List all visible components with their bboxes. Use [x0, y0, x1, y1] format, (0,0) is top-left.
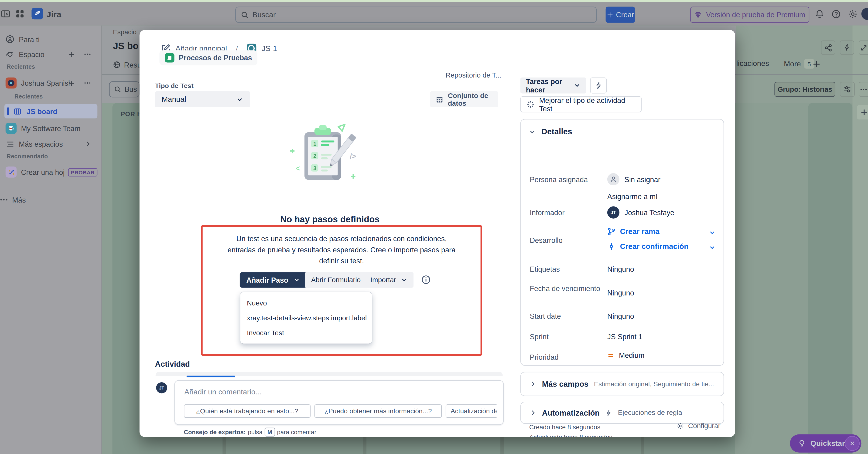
planet-icon [6, 50, 14, 59]
jira-logo-icon[interactable] [31, 8, 43, 19]
more-fields-panel[interactable]: Más campos Estimación original, Seguimie… [520, 372, 724, 396]
commit-icon [607, 242, 616, 251]
start-date-value[interactable]: Ninguno [607, 312, 634, 320]
lightbulb-icon [798, 439, 806, 448]
board-expand-button[interactable] [859, 40, 868, 55]
create-commit-link[interactable]: Crear confirmación [607, 242, 689, 251]
quick-reply-chip[interactable]: ¿Puedo obtener más información...? [314, 404, 442, 418]
details-header[interactable]: Detalles [529, 127, 572, 136]
testset-chip[interactable]: Procesos de Pruebas [159, 50, 257, 65]
test-type-select[interactable]: Manual [155, 91, 250, 107]
workflow-icon [6, 166, 17, 177]
automation-quick-button[interactable] [590, 77, 607, 94]
unassigned-avatar-icon [607, 173, 619, 185]
view-settings-button[interactable] [840, 82, 855, 97]
create-branch-link[interactable]: Crear rama [607, 227, 659, 236]
comment-box[interactable]: Añadir un comentario... ¿Quién está trab… [175, 380, 504, 425]
board-share-button[interactable] [821, 40, 835, 55]
more-fields-hint: Estimación original, Seguimiento de tie.… [594, 380, 715, 388]
ellipsis-icon[interactable] [83, 79, 92, 87]
board-more-button[interactable] [859, 82, 868, 97]
quick-reply-chip[interactable]: ¿Quién está trabajando en esto...? [184, 404, 311, 418]
user-avatar[interactable] [861, 8, 868, 20]
board-automation-button[interactable] [840, 40, 854, 55]
collapse-sidebar-icon[interactable] [1, 9, 10, 18]
gem-icon [694, 11, 702, 19]
start-date-label: Start date [530, 312, 603, 321]
labels-value[interactable]: Ninguno [607, 265, 634, 273]
quickstart-close-button[interactable] [845, 436, 860, 451]
sidebar-item-more[interactable]: Más [0, 193, 102, 207]
sidebar-item-create-sheet[interactable]: Crear una hoj... PROBAR [0, 164, 102, 180]
sidebar-item-space[interactable]: Espacio [0, 47, 102, 61]
due-date-value[interactable]: Ninguno [607, 289, 634, 297]
comment-placeholder: Añadir un comentario... [175, 381, 503, 396]
import-button[interactable]: Importar [364, 272, 413, 288]
sidebar-item-my-software-team[interactable]: My Software Team [0, 121, 102, 135]
search-placeholder: Buscar [252, 10, 276, 19]
lightning-icon [594, 81, 603, 90]
ellipsis-icon[interactable] [83, 50, 92, 58]
premium-trial-button[interactable]: Versión de prueba de Premium [690, 7, 809, 23]
configure-button[interactable]: Configurar [677, 422, 720, 430]
automation-panel[interactable]: Automatización Ejecuciones de regla [520, 401, 724, 424]
quick-reply-chip[interactable]: Actualización de [446, 404, 497, 418]
global-search-input[interactable]: Buscar [235, 7, 597, 23]
menu-item-import[interactable]: xray.test-details-view.steps.import.labe… [240, 310, 372, 325]
improve-issue-button[interactable]: Mejorar el tipo de actividad Test [520, 96, 642, 112]
reporter-value[interactable]: JT Joshua Tesfaye [607, 206, 674, 218]
assignee-value[interactable]: Sin asignar [607, 173, 660, 185]
priority-value[interactable]: Medium [607, 351, 645, 360]
ellipsis-icon [860, 86, 867, 93]
chevron-down-icon[interactable] [708, 244, 716, 251]
settings-icon[interactable] [847, 9, 858, 19]
quickstart-button[interactable]: Quickstart [790, 434, 862, 452]
add-column-button[interactable] [857, 105, 868, 120]
info-icon[interactable] [421, 275, 431, 284]
chevron-down-icon[interactable] [708, 229, 716, 236]
group-by-button[interactable]: Grupo: Historias [774, 82, 835, 97]
status-select[interactable]: Tareas por hacer [520, 77, 586, 94]
reporter-label: Informador [530, 208, 603, 218]
board-search-input[interactable]: Bus [109, 81, 140, 97]
open-form-button[interactable]: Abrir Formulario [305, 272, 367, 288]
test-repository-link[interactable]: Repositorio de T... [446, 71, 501, 79]
details-panel: Detalles Persona asignada Sin asignar As… [520, 119, 724, 366]
sidebar-item-space-joshua[interactable]: Joshua Spanish [0, 75, 102, 91]
assign-to-me-link[interactable]: Asignarme a mí [607, 193, 658, 201]
space-avatar-icon [6, 77, 17, 89]
sidebar-section-recents: Recientes [7, 63, 35, 70]
add-icon[interactable] [67, 79, 75, 87]
help-icon[interactable] [831, 9, 841, 19]
screenshot-root: POR HA Espacio JS bo Resu Bus licaciones… [0, 0, 868, 454]
plus-icon [607, 11, 613, 18]
breadcrumb[interactable]: Espacio [113, 28, 140, 36]
step-number-2: 2 [313, 153, 316, 159]
tab-resumen[interactable]: Resu [113, 59, 140, 70]
sprint-label: Sprint [530, 332, 603, 341]
jira-wordmark: Jira [46, 9, 61, 19]
menu-item-new[interactable]: Nuevo [240, 295, 372, 310]
issue-key[interactable]: JS-1 [262, 44, 277, 53]
created-timestamp: Creado hace 8 segundos [529, 424, 600, 430]
sidebar-item-more-spaces[interactable]: Más espacios [0, 137, 102, 151]
add-step-button[interactable]: Añadir Paso [240, 272, 307, 288]
tab-aplicaciones[interactable]: licaciones [736, 59, 775, 67]
add-tab-button[interactable] [812, 59, 822, 69]
menu-item-invoke[interactable]: Invocar Test [240, 325, 372, 340]
chevron-down-icon [529, 128, 536, 135]
branch-icon [607, 227, 616, 236]
sidebar-item-for-you[interactable]: Para ti [0, 32, 102, 46]
sidebar-item-js-board[interactable]: JS board [4, 104, 97, 119]
page-title: JS bo [113, 41, 140, 52]
board-icon [13, 107, 22, 116]
test-type-label: Tipo de Test [155, 82, 193, 90]
add-icon[interactable] [67, 51, 75, 58]
sprint-value[interactable]: JS Sprint 1 [607, 332, 643, 341]
create-button[interactable]: Crear [606, 7, 635, 23]
notifications-icon[interactable] [814, 9, 825, 19]
tab-more[interactable]: More 5 [784, 59, 814, 68]
app-switcher-icon[interactable] [16, 9, 25, 18]
dataset-button[interactable]: Conjunto de datos [430, 91, 498, 107]
issue-modal: Añadir principal / JS-1 1 Procesos de Pr… [140, 30, 735, 437]
